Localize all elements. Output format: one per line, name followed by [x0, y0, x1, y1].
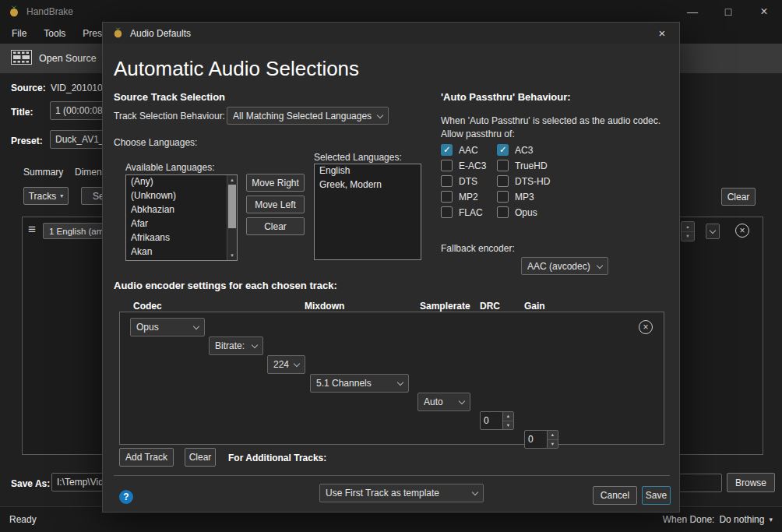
bitrate-value-select[interactable]: 224 [267, 355, 305, 374]
list-item[interactable]: Afar [126, 217, 237, 231]
track-selection-behaviour-select[interactable]: All Matching Selected Languages [227, 107, 389, 125]
clear-tracks-button[interactable]: Clear [185, 448, 216, 467]
list-item[interactable]: English [315, 164, 421, 178]
scrollbar[interactable]: ▴ ▾ [227, 175, 237, 260]
passthru-heading: 'Auto Passthru' Behaviour: [441, 91, 571, 103]
minimize-icon[interactable]: — [675, 0, 710, 23]
check-icon: ✓ [499, 145, 507, 155]
film-strip-icon [11, 50, 32, 67]
add-track-button[interactable]: Add Track [119, 448, 174, 467]
dropdown-arrow-icon: ▾ [769, 516, 773, 523]
checkbox[interactable]: ✓ [497, 144, 509, 156]
selected-languages-listbox[interactable]: English Greek, Modern [314, 164, 421, 260]
menu-file[interactable]: File [3, 25, 35, 42]
checkbox[interactable]: ✓ [441, 144, 453, 156]
page-title: Automatic Audio Selections [114, 57, 359, 81]
when-done-dropdown[interactable]: When Done: Do nothing ▾ [663, 514, 773, 525]
fallback-encoder-select[interactable]: AAC (avcodec) [521, 257, 608, 275]
tracks-dropdown-button[interactable]: Tracks ▾ [23, 187, 69, 205]
col-header-drc: DRC [480, 301, 500, 312]
source-label: Source: [11, 83, 46, 93]
open-source-label: Open Source [39, 53, 97, 64]
passthru-option-flac[interactable]: ✓ FLAC [441, 206, 483, 218]
checkbox[interactable]: ✓ [441, 206, 453, 218]
list-item[interactable]: Akan [126, 245, 237, 259]
window-title: HandBrake [26, 6, 73, 17]
passthru-option-eac3[interactable]: ✓ E-AC3 [441, 160, 486, 171]
window-titlebar: HandBrake — □ × [0, 0, 782, 23]
bitrate-mode-select[interactable]: Bitrate: [209, 336, 263, 355]
remove-track-icon[interactable]: × [735, 224, 749, 238]
close-icon[interactable]: × [746, 0, 782, 23]
checkbox[interactable]: ✓ [441, 175, 453, 187]
encoder-track-list: Opus Bitrate: 224 5.1 Channels Auto [119, 312, 664, 445]
tab-summary[interactable]: Summary [23, 167, 63, 178]
additional-tracks-label: For Additional Tracks: [228, 453, 326, 463]
checkbox[interactable]: ✓ [497, 206, 509, 218]
checkbox[interactable]: ✓ [441, 191, 453, 203]
clear-tracks-button[interactable]: Clear [721, 188, 756, 206]
spin-up-icon[interactable]: ▴ [682, 222, 694, 232]
checkbox[interactable]: ✓ [497, 191, 509, 203]
chevron-down-icon [377, 111, 383, 118]
list-item[interactable]: (Any) [126, 175, 237, 189]
open-source-button[interactable]: Open Source [0, 44, 107, 73]
encoder-heading: Audio encoder settings for each chosen t… [114, 280, 337, 291]
remove-track-icon[interactable]: × [639, 320, 653, 334]
additional-tracks-select[interactable]: Use First Track as template [319, 484, 484, 502]
gain-spinner[interactable]: 0 ▴ ▾ [524, 430, 558, 449]
mixdown-select[interactable]: 5.1 Channels [310, 374, 409, 393]
spin-down-icon[interactable]: ▾ [548, 440, 558, 449]
chevron-down-icon [397, 379, 403, 386]
close-icon[interactable]: × [645, 23, 679, 44]
passthru-option-truehd[interactable]: ✓ TrueHD [497, 160, 548, 171]
passthru-option-opus[interactable]: ✓ Opus [497, 206, 537, 218]
scroll-up-icon[interactable]: ▴ [227, 177, 237, 183]
handbrake-logo-icon [112, 26, 124, 41]
dialog-title: Audio Defaults [130, 28, 191, 39]
samplerate-select[interactable]: Auto [417, 393, 470, 411]
drag-handle-icon[interactable]: ≡ [28, 223, 36, 236]
checkbox[interactable]: ✓ [441, 160, 453, 171]
maximize-icon[interactable]: □ [710, 0, 746, 23]
fallback-encoder-label: Fallback encoder: [441, 243, 515, 254]
passthru-option-mp2[interactable]: ✓ MP2 [441, 191, 478, 203]
passthru-option-dtshd[interactable]: ✓ DTS-HD [497, 175, 550, 187]
browse-button[interactable]: Browse [727, 473, 775, 492]
checkbox[interactable]: ✓ [497, 175, 509, 187]
gain-spinner-partial[interactable]: ▴ ▾ [681, 221, 695, 241]
spin-up-icon[interactable]: ▴ [548, 431, 558, 440]
move-left-button[interactable]: Move Left [246, 196, 305, 213]
handbrake-app: HandBrake — □ × File Tools Presets Op [0, 0, 782, 532]
destination-input-partial[interactable] [678, 474, 722, 492]
list-item[interactable]: Greek, Modern [315, 178, 421, 192]
save-button[interactable]: Save [642, 486, 671, 505]
checkbox[interactable]: ✓ [497, 160, 509, 171]
available-languages-listbox[interactable]: (Any) (Unknown) Abkhazian Afar Afrikaans… [125, 174, 238, 261]
clear-languages-button[interactable]: Clear [246, 217, 305, 235]
window-controls: — □ × [675, 0, 782, 23]
move-right-button[interactable]: Move Right [246, 174, 305, 192]
spin-down-icon[interactable]: ▾ [503, 421, 513, 430]
list-item[interactable]: Afrikaans [126, 231, 237, 245]
spin-up-icon[interactable]: ▴ [503, 412, 513, 421]
help-icon[interactable]: ? [119, 490, 133, 504]
passthru-option-aac[interactable]: ✓ AAC [441, 144, 478, 156]
drc-spinner[interactable]: 0 ▴ ▾ [480, 411, 514, 430]
cancel-button[interactable]: Cancel [593, 486, 637, 505]
status-text: Ready [9, 514, 37, 525]
codec-select[interactable]: Opus [130, 318, 205, 336]
scroll-down-icon[interactable]: ▾ [227, 252, 237, 259]
dialog-titlebar: Audio Defaults × [103, 23, 679, 44]
dropdown-stub[interactable] [706, 224, 720, 239]
tab-dimensions[interactable]: Dimens [75, 167, 102, 178]
behaviour-label: Track Selection Behaviour: [114, 111, 225, 122]
passthru-option-dts[interactable]: ✓ DTS [441, 175, 477, 187]
menu-tools[interactable]: Tools [35, 25, 74, 42]
spin-down-icon[interactable]: ▾ [682, 232, 694, 241]
list-item[interactable]: Abkhazian [126, 203, 237, 217]
list-item[interactable]: (Unknown) [126, 189, 237, 203]
passthru-option-mp3[interactable]: ✓ MP3 [497, 191, 534, 203]
passthru-option-ac3[interactable]: ✓ AC3 [497, 144, 533, 156]
scrollbar-thumb[interactable] [228, 185, 236, 228]
